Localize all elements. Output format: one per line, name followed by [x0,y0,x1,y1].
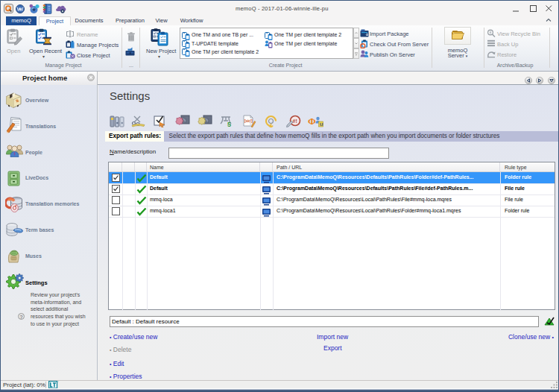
svg-text:Φ: Φ [308,116,316,127]
svg-text:5: 5 [227,121,231,127]
svg-text:[sic!]: [sic!] [244,119,253,123]
svg-text:U: U [320,122,323,127]
svg-text:#!: #! [293,118,297,124]
